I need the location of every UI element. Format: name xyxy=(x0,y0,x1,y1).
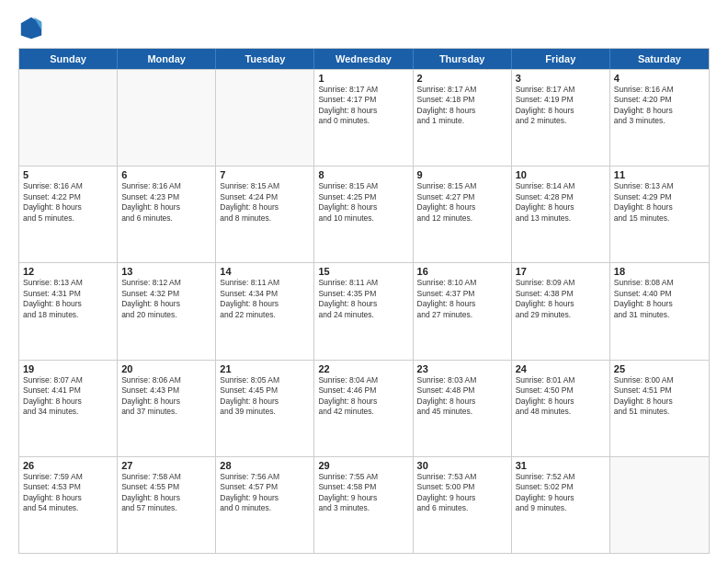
day-number: 22 xyxy=(318,363,408,374)
day-number: 18 xyxy=(614,266,705,277)
cal-cell-20: 20Sunrise: 8:06 AM Sunset: 4:43 PM Dayli… xyxy=(118,361,216,456)
day-info: Sunrise: 8:01 AM Sunset: 4:50 PM Dayligh… xyxy=(516,375,606,418)
cal-cell-31: 31Sunrise: 7:52 AM Sunset: 5:02 PM Dayli… xyxy=(512,457,610,553)
cal-cell-28: 28Sunrise: 7:56 AM Sunset: 4:57 PM Dayli… xyxy=(216,457,314,553)
cal-cell-7: 7Sunrise: 8:15 AM Sunset: 4:24 PM Daylig… xyxy=(216,167,314,262)
cal-cell-10: 10Sunrise: 8:14 AM Sunset: 4:28 PM Dayli… xyxy=(512,167,610,262)
page: SundayMondayTuesdayWednesdayThursdayFrid… xyxy=(0,0,728,563)
day-number: 19 xyxy=(23,363,113,374)
day-info: Sunrise: 7:58 AM Sunset: 4:55 PM Dayligh… xyxy=(121,472,211,514)
day-number: 9 xyxy=(417,169,507,180)
day-info: Sunrise: 8:13 AM Sunset: 4:31 PM Dayligh… xyxy=(23,278,113,320)
week-row-3: 19Sunrise: 8:07 AM Sunset: 4:41 PM Dayli… xyxy=(19,360,709,456)
day-number: 11 xyxy=(614,169,705,180)
cal-cell-empty-0-0 xyxy=(19,70,118,166)
day-number: 12 xyxy=(23,266,113,277)
day-number: 4 xyxy=(614,73,705,84)
day-info: Sunrise: 8:03 AM Sunset: 4:48 PM Dayligh… xyxy=(417,375,507,418)
week-row-1: 5Sunrise: 8:16 AM Sunset: 4:22 PM Daylig… xyxy=(19,166,709,262)
cal-cell-11: 11Sunrise: 8:13 AM Sunset: 4:29 PM Dayli… xyxy=(610,167,709,262)
cal-cell-5: 5Sunrise: 8:16 AM Sunset: 4:22 PM Daylig… xyxy=(19,167,118,262)
cal-cell-16: 16Sunrise: 8:10 AM Sunset: 4:37 PM Dayli… xyxy=(414,263,512,359)
day-number: 20 xyxy=(121,363,211,374)
day-number: 27 xyxy=(121,460,211,471)
header-day-thursday: Thursday xyxy=(414,49,512,69)
day-number: 2 xyxy=(417,73,507,84)
day-info: Sunrise: 8:17 AM Sunset: 4:18 PM Dayligh… xyxy=(417,85,507,127)
calendar: SundayMondayTuesdayWednesdayThursdayFrid… xyxy=(18,48,710,554)
cal-cell-24: 24Sunrise: 8:01 AM Sunset: 4:50 PM Dayli… xyxy=(512,361,610,456)
day-info: Sunrise: 8:16 AM Sunset: 4:22 PM Dayligh… xyxy=(23,181,113,224)
day-info: Sunrise: 8:11 AM Sunset: 4:35 PM Dayligh… xyxy=(318,278,408,320)
cal-cell-27: 27Sunrise: 7:58 AM Sunset: 4:55 PM Dayli… xyxy=(118,457,216,553)
cal-cell-3: 3Sunrise: 8:17 AM Sunset: 4:19 PM Daylig… xyxy=(512,70,610,166)
header-day-sunday: Sunday xyxy=(19,49,118,69)
header-day-friday: Friday xyxy=(512,49,610,69)
cal-cell-17: 17Sunrise: 8:09 AM Sunset: 4:38 PM Dayli… xyxy=(512,263,610,359)
day-info: Sunrise: 7:59 AM Sunset: 4:53 PM Dayligh… xyxy=(23,472,113,514)
day-number: 13 xyxy=(121,266,211,277)
cal-cell-23: 23Sunrise: 8:03 AM Sunset: 4:48 PM Dayli… xyxy=(414,361,512,456)
day-info: Sunrise: 7:56 AM Sunset: 4:57 PM Dayligh… xyxy=(220,472,310,514)
day-number: 29 xyxy=(318,460,408,471)
cal-cell-9: 9Sunrise: 8:15 AM Sunset: 4:27 PM Daylig… xyxy=(414,167,512,262)
day-info: Sunrise: 8:08 AM Sunset: 4:40 PM Dayligh… xyxy=(614,278,705,320)
day-number: 7 xyxy=(220,169,310,180)
cal-cell-18: 18Sunrise: 8:08 AM Sunset: 4:40 PM Dayli… xyxy=(610,263,709,359)
day-info: Sunrise: 8:04 AM Sunset: 4:46 PM Dayligh… xyxy=(318,375,408,418)
day-number: 31 xyxy=(516,460,606,471)
day-number: 17 xyxy=(516,266,606,277)
logo-icon xyxy=(18,15,44,40)
cal-cell-30: 30Sunrise: 7:53 AM Sunset: 5:00 PM Dayli… xyxy=(414,457,512,553)
cal-cell-13: 13Sunrise: 8:12 AM Sunset: 4:32 PM Dayli… xyxy=(118,263,216,359)
day-info: Sunrise: 8:11 AM Sunset: 4:34 PM Dayligh… xyxy=(220,278,310,320)
day-number: 26 xyxy=(23,460,113,471)
logo xyxy=(18,15,48,40)
cal-cell-14: 14Sunrise: 8:11 AM Sunset: 4:34 PM Dayli… xyxy=(216,263,314,359)
day-info: Sunrise: 8:09 AM Sunset: 4:38 PM Dayligh… xyxy=(516,278,606,320)
day-info: Sunrise: 7:53 AM Sunset: 5:00 PM Dayligh… xyxy=(417,472,507,514)
calendar-header: SundayMondayTuesdayWednesdayThursdayFrid… xyxy=(19,49,709,69)
cal-cell-29: 29Sunrise: 7:55 AM Sunset: 4:58 PM Dayli… xyxy=(314,457,413,553)
cal-cell-6: 6Sunrise: 8:16 AM Sunset: 4:23 PM Daylig… xyxy=(118,167,216,262)
week-row-0: 1Sunrise: 8:17 AM Sunset: 4:17 PM Daylig… xyxy=(19,69,709,166)
day-number: 10 xyxy=(516,169,606,180)
day-number: 30 xyxy=(417,460,507,471)
cal-cell-21: 21Sunrise: 8:05 AM Sunset: 4:45 PM Dayli… xyxy=(216,361,314,456)
day-number: 8 xyxy=(318,169,408,180)
day-info: Sunrise: 8:07 AM Sunset: 4:41 PM Dayligh… xyxy=(23,375,113,418)
header-day-saturday: Saturday xyxy=(610,49,709,69)
cal-cell-19: 19Sunrise: 8:07 AM Sunset: 4:41 PM Dayli… xyxy=(19,361,118,456)
cal-cell-empty-0-2 xyxy=(216,70,314,166)
header-day-wednesday: Wednesday xyxy=(314,49,413,69)
day-info: Sunrise: 7:52 AM Sunset: 5:02 PM Dayligh… xyxy=(516,472,606,514)
day-info: Sunrise: 8:16 AM Sunset: 4:23 PM Dayligh… xyxy=(121,181,211,224)
day-info: Sunrise: 8:10 AM Sunset: 4:37 PM Dayligh… xyxy=(417,278,507,320)
day-info: Sunrise: 8:15 AM Sunset: 4:24 PM Dayligh… xyxy=(220,181,310,224)
calendar-body: 1Sunrise: 8:17 AM Sunset: 4:17 PM Daylig… xyxy=(19,69,709,553)
day-number: 3 xyxy=(516,73,606,84)
header xyxy=(18,15,710,40)
day-info: Sunrise: 8:00 AM Sunset: 4:51 PM Dayligh… xyxy=(614,375,705,418)
day-info: Sunrise: 8:13 AM Sunset: 4:29 PM Dayligh… xyxy=(614,181,705,224)
day-info: Sunrise: 8:15 AM Sunset: 4:27 PM Dayligh… xyxy=(417,181,507,224)
header-day-tuesday: Tuesday xyxy=(216,49,314,69)
cal-cell-12: 12Sunrise: 8:13 AM Sunset: 4:31 PM Dayli… xyxy=(19,263,118,359)
day-number: 1 xyxy=(318,73,408,84)
cal-cell-4: 4Sunrise: 8:16 AM Sunset: 4:20 PM Daylig… xyxy=(610,70,709,166)
day-info: Sunrise: 8:17 AM Sunset: 4:17 PM Dayligh… xyxy=(318,85,408,127)
cal-cell-2: 2Sunrise: 8:17 AM Sunset: 4:18 PM Daylig… xyxy=(414,70,512,166)
cal-cell-26: 26Sunrise: 7:59 AM Sunset: 4:53 PM Dayli… xyxy=(19,457,118,553)
week-row-2: 12Sunrise: 8:13 AM Sunset: 4:31 PM Dayli… xyxy=(19,262,709,359)
week-row-4: 26Sunrise: 7:59 AM Sunset: 4:53 PM Dayli… xyxy=(19,456,709,553)
cal-cell-empty-4-6 xyxy=(610,457,709,553)
cal-cell-22: 22Sunrise: 8:04 AM Sunset: 4:46 PM Dayli… xyxy=(314,361,413,456)
day-number: 28 xyxy=(220,460,310,471)
header-day-monday: Monday xyxy=(118,49,216,69)
day-number: 14 xyxy=(220,266,310,277)
cal-cell-empty-0-1 xyxy=(118,70,216,166)
cal-cell-15: 15Sunrise: 8:11 AM Sunset: 4:35 PM Dayli… xyxy=(314,263,413,359)
day-number: 25 xyxy=(614,363,705,374)
day-number: 6 xyxy=(121,169,211,180)
day-number: 5 xyxy=(23,169,113,180)
